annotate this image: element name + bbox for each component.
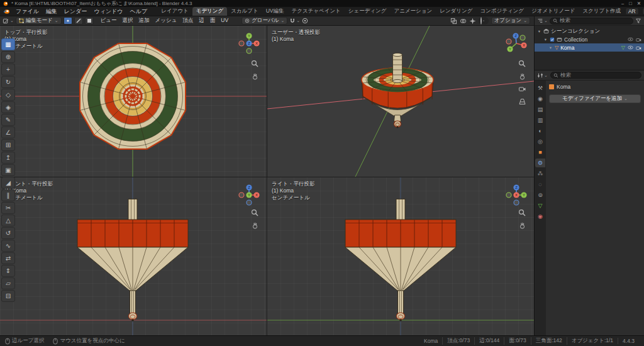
zoom-icon[interactable] xyxy=(251,209,259,217)
tool-button[interactable]: ◇ xyxy=(1,89,15,101)
overlays-toggle-icon[interactable] xyxy=(460,18,467,25)
viewport-menu[interactable]: 辺 xyxy=(196,17,207,25)
camera-view-icon[interactable] xyxy=(518,85,526,93)
tool-button[interactable]: ⇄ xyxy=(1,252,15,264)
workspace-tab[interactable]: テクスチャペイント xyxy=(288,7,345,16)
tool-button[interactable]: ∥ xyxy=(1,189,15,201)
properties-tab[interactable]: ⁂ xyxy=(535,169,545,178)
tool-button[interactable]: ↺ xyxy=(1,227,15,239)
zoom-icon[interactable] xyxy=(251,60,259,68)
properties-tab[interactable]: ⚒ xyxy=(535,84,545,92)
disable-render-camera-icon[interactable] xyxy=(636,37,641,42)
editor-type-icon[interactable]: ⌄ xyxy=(3,18,14,25)
outliner-editor-icon[interactable]: ⌄ xyxy=(537,18,548,24)
menubar-menu[interactable]: ウィンドウ xyxy=(91,8,126,16)
shading-wireframe[interactable] xyxy=(480,18,482,24)
navigation-gizmo[interactable]: Y X Z xyxy=(236,31,262,56)
viewport-right[interactable]: ライト・平行投影 (1) Koma センチメートル Z Y X xyxy=(267,177,534,335)
pan-hand-icon[interactable] xyxy=(251,221,259,230)
viewport-user[interactable]: ユーザー・透視投影 (1) Koma Z X Y xyxy=(267,26,534,177)
tool-button[interactable]: ◢ xyxy=(1,177,15,189)
properties-tab[interactable]: ▤ xyxy=(535,105,545,114)
outliner-row-scene-collection[interactable]: ▾ シーンコレクション xyxy=(535,27,644,35)
properties-tab[interactable]: ⊚ xyxy=(535,191,545,199)
workspace-tab[interactable]: スクリプト作成 xyxy=(579,7,625,16)
tool-button[interactable]: △ xyxy=(1,215,15,226)
menubar-menu[interactable]: ヘルプ xyxy=(127,8,151,16)
tool-button[interactable]: ✂ xyxy=(1,202,15,214)
menubar-menu[interactable]: レンダー xyxy=(61,8,91,16)
tool-button[interactable]: ∿ xyxy=(1,240,15,252)
tool-button[interactable]: + xyxy=(1,64,15,75)
select-mode-edge[interactable] xyxy=(74,17,83,25)
workspace-tab[interactable]: UV編集 xyxy=(262,7,288,16)
zoom-icon[interactable] xyxy=(518,60,526,68)
close-button[interactable]: ✕ xyxy=(637,1,641,6)
tool-button[interactable]: ⊟ xyxy=(1,290,15,302)
tool-button[interactable]: ▦ xyxy=(1,38,15,50)
tool-button[interactable]: ⇕ xyxy=(1,265,15,277)
options-dropdown[interactable]: オプション⌄ xyxy=(491,17,530,25)
snap-magnet-icon[interactable]: ⌄ xyxy=(289,18,300,24)
viewport-top[interactable]: トップ・平行投影 (1) Koma センチメートル Y X Z xyxy=(0,26,267,177)
workspace-tab[interactable]: レイアウト xyxy=(157,7,192,16)
tool-button[interactable]: ↻ xyxy=(1,76,15,88)
mode-dropdown[interactable]: 編集モード ⌄ xyxy=(16,17,62,25)
select-mode-face[interactable] xyxy=(85,17,94,25)
viewport-menu[interactable]: 頂点 xyxy=(180,17,196,25)
viewport-menu[interactable]: UV xyxy=(218,17,231,25)
caret-down-icon[interactable]: ▾ xyxy=(543,37,548,42)
tool-button[interactable]: ▣ xyxy=(1,164,15,176)
shading-solid[interactable] xyxy=(483,20,484,21)
properties-tab[interactable]: ◉ xyxy=(535,94,545,103)
workspace-tab[interactable]: シェーディング xyxy=(345,7,391,16)
ar-indicator[interactable]: AR xyxy=(625,8,639,15)
select-mode-vertex[interactable] xyxy=(64,17,72,25)
proportional-edit-icon[interactable] xyxy=(302,18,308,24)
outliner-search-input[interactable]: 検索 xyxy=(550,18,633,25)
navigation-gizmo[interactable]: Z X Y xyxy=(504,31,529,56)
workspace-tab[interactable]: ジオメトリノード xyxy=(528,7,579,16)
add-modifier-button[interactable]: モディファイアーを追加 ⌄ xyxy=(549,94,641,103)
workspace-tab[interactable]: スカルプト xyxy=(227,7,262,16)
gizmos-toggle-icon[interactable] xyxy=(469,18,476,25)
caret-down-icon[interactable]: ▾ xyxy=(548,45,553,50)
orientation-dropdown[interactable]: グローバル ⌄ xyxy=(242,17,287,25)
viewport-menu[interactable]: ビュー xyxy=(98,17,119,25)
properties-tab[interactable]: ◎ xyxy=(535,137,545,146)
properties-tab[interactable]: ⚙ xyxy=(535,159,545,167)
pan-hand-icon[interactable] xyxy=(518,72,526,81)
tool-button[interactable]: ▱ xyxy=(1,277,15,289)
menubar-menu[interactable]: ファイル xyxy=(13,8,42,16)
perspective-toggle-icon[interactable] xyxy=(518,98,526,106)
workspace-tab[interactable]: モデリング xyxy=(192,7,228,16)
navigation-gizmo[interactable]: Z X Y xyxy=(236,182,262,208)
properties-tab[interactable]: ◐ xyxy=(535,126,545,135)
properties-tab[interactable]: ▥ xyxy=(535,116,545,125)
hide-eye-icon[interactable] xyxy=(628,37,633,42)
checkbox-icon[interactable] xyxy=(550,37,555,42)
zoom-icon[interactable] xyxy=(518,209,526,217)
properties-tab[interactable]: ▽ xyxy=(535,201,545,210)
tool-button[interactable]: ⊞ xyxy=(1,139,15,151)
filter-icon[interactable] xyxy=(635,18,641,24)
properties-editor-icon[interactable]: ⌄ xyxy=(537,72,548,79)
tool-button[interactable]: ↥ xyxy=(1,152,15,164)
tool-button[interactable]: ◈ xyxy=(1,101,15,113)
properties-tab[interactable]: ■ xyxy=(535,148,545,157)
maximize-button[interactable]: □ xyxy=(629,1,632,6)
outliner-row-collection[interactable]: ▾ Collection xyxy=(535,35,644,43)
viewport-menu[interactable]: 追加 xyxy=(136,17,152,25)
properties-tab[interactable]: ◉ xyxy=(535,212,545,221)
menubar-menu[interactable]: 編集 xyxy=(43,8,60,16)
tool-button[interactable]: ∠ xyxy=(1,126,15,138)
viewport-menu[interactable]: メッシュ xyxy=(153,17,180,25)
workspace-tab[interactable]: コンポジティング xyxy=(476,7,528,16)
viewport-front[interactable]: フロント・平行投影 (1) Koma センチメートル Z X Y xyxy=(0,177,267,335)
tool-button[interactable]: ✎ xyxy=(1,114,15,126)
hide-eye-icon[interactable] xyxy=(628,45,633,50)
navigation-gizmo[interactable]: Z Y X xyxy=(504,182,529,208)
disable-render-camera-icon[interactable] xyxy=(636,45,641,50)
properties-search-input[interactable]: 検索 xyxy=(550,72,641,79)
pan-hand-icon[interactable] xyxy=(518,221,526,230)
